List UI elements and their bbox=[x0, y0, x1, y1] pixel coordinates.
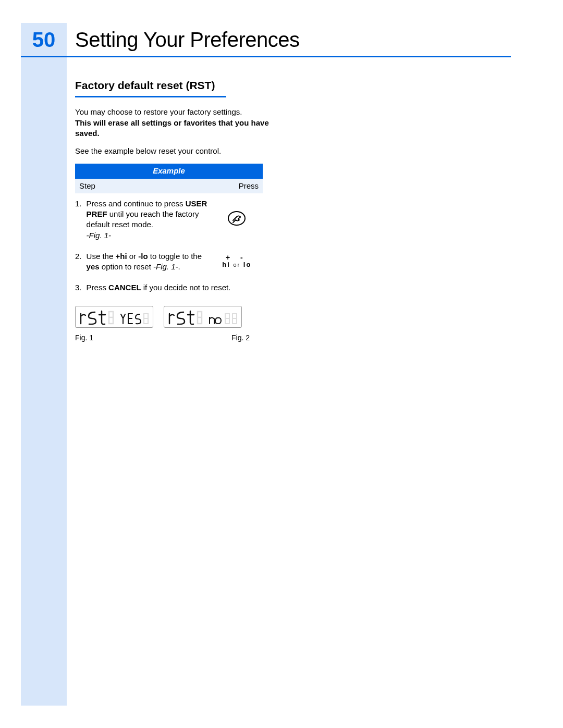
text: if you decide not to reset. bbox=[141, 283, 231, 292]
table-row: 3. Press CANCEL if you decide not to res… bbox=[75, 277, 263, 298]
svg-point-0 bbox=[228, 212, 245, 225]
text-bold: yes bbox=[87, 262, 100, 271]
step-number: 2. bbox=[75, 246, 87, 278]
user-pref-icon bbox=[227, 211, 246, 229]
step-description: Press and continue to press USER PREF un… bbox=[87, 193, 214, 246]
text: to toggle to the bbox=[148, 252, 202, 261]
hi-lo-icon: +- hi or lo bbox=[221, 254, 253, 268]
fig-ref: -Fig. 1- bbox=[153, 262, 178, 271]
text: Press bbox=[87, 283, 109, 292]
text-bold: CANCEL bbox=[108, 283, 141, 292]
see-example-text: See the example below reset your control… bbox=[75, 146, 273, 156]
lcd-display-2 bbox=[164, 306, 242, 328]
text: . bbox=[178, 262, 180, 271]
table-row: 2. Use the +hi or -lo to toggle to the y… bbox=[75, 246, 263, 278]
main-content: Factory default reset (RST) You may choo… bbox=[75, 78, 273, 342]
or-label: or bbox=[233, 262, 240, 268]
fig-2-label: Fig. 2 bbox=[231, 333, 250, 343]
warning-text: This will erase all settings or favorite… bbox=[75, 118, 269, 138]
intro-text: You may choose to restore your factory s… bbox=[75, 107, 242, 116]
hi-label: hi bbox=[222, 261, 230, 268]
lo-label: lo bbox=[243, 261, 252, 268]
section-heading: Factory default reset (RST) bbox=[75, 78, 273, 93]
step-description: Press CANCEL if you decide not to reset. bbox=[87, 277, 263, 298]
text-bold: +hi bbox=[115, 252, 127, 261]
text-bold: -lo bbox=[138, 252, 148, 261]
page-title: Setting Your Preferences bbox=[75, 28, 300, 52]
page-number: 50 bbox=[21, 28, 67, 52]
section-divider bbox=[75, 96, 226, 97]
title-divider bbox=[21, 56, 511, 57]
step-number: 3. bbox=[75, 277, 87, 298]
table-row: 1. Press and continue to press USER PREF… bbox=[75, 193, 263, 246]
intro-paragraph: You may choose to restore your factory s… bbox=[75, 107, 273, 139]
fig-ref: -Fig. 1- bbox=[87, 231, 112, 240]
fig-1-label: Fig. 1 bbox=[75, 333, 231, 343]
step-number: 1. bbox=[75, 193, 87, 246]
text: option to reset bbox=[100, 262, 153, 271]
left-sidebar-bar bbox=[21, 23, 67, 706]
col-step: Step bbox=[75, 179, 214, 193]
press-cell: +- hi or lo bbox=[214, 246, 263, 278]
example-subheader-row: Step Press bbox=[75, 179, 263, 193]
lcd-display-1 bbox=[75, 306, 153, 328]
text: or bbox=[127, 252, 139, 261]
lcd-displays bbox=[75, 306, 273, 328]
text: Press and continue to press bbox=[87, 199, 186, 208]
col-press: Press bbox=[214, 179, 263, 193]
example-header: Example bbox=[75, 164, 263, 178]
text: Use the bbox=[87, 252, 116, 261]
step-description: Use the +hi or -lo to toggle to the yes … bbox=[87, 246, 214, 278]
example-table: Example Step Press 1. Press and continue… bbox=[75, 164, 263, 298]
press-cell bbox=[214, 193, 263, 246]
figure-labels: Fig. 1 Fig. 2 bbox=[75, 333, 263, 343]
